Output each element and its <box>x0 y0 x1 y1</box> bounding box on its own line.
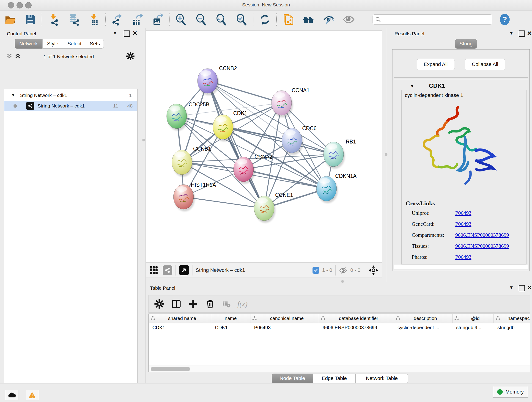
column-header-canonical-name[interactable]: canonical name <box>250 314 319 323</box>
pan-crosshair-icon[interactable] <box>368 265 379 275</box>
add-column-icon[interactable] <box>188 299 198 309</box>
collapse-all-chevron-icon[interactable] <box>6 53 13 60</box>
network-row-selected[interactable]: String Network – cdk1 11 48 <box>4 101 137 111</box>
import-network-from-database-button[interactable] <box>68 13 80 26</box>
collapse-all-button[interactable]: Collapse All <box>465 59 505 70</box>
open-session-button[interactable] <box>4 13 16 26</box>
hidden-eye-icon[interactable] <box>339 266 348 274</box>
column-header-namespace[interactable]: namespace <box>494 314 530 323</box>
crosslink-link[interactable]: 9606.ENSP00000378699 <box>455 232 509 238</box>
network-canvas[interactable]: CCNB2CCNA1CDC25BCDK1CDC6RB1CCNB1CCNA2CDK… <box>146 31 382 263</box>
vertical-splitter-left[interactable] <box>145 28 146 383</box>
panel-close-icon[interactable]: ✕ <box>133 30 138 37</box>
network-node-CCNB2[interactable] <box>197 69 219 95</box>
show-columns-icon[interactable] <box>171 299 181 309</box>
grid-view-icon[interactable] <box>149 266 158 274</box>
crosslink-link[interactable]: 9606.ENSP00000378699 <box>455 243 509 249</box>
network-node-CDKN1A[interactable] <box>317 176 338 203</box>
network-share-badge-gray-icon[interactable] <box>163 265 172 275</box>
tab-edge-table[interactable]: Edge Table <box>313 374 355 383</box>
column-header-name[interactable]: name <box>211 314 250 323</box>
cloud-button[interactable] <box>5 390 19 400</box>
tab-sets[interactable]: Sets <box>86 39 104 49</box>
scrollbar-thumb[interactable] <box>151 367 190 371</box>
selected-checkbox-icon[interactable] <box>312 267 319 274</box>
zoom-in-button[interactable] <box>175 13 187 26</box>
table-cell[interactable]: stringdb:9... <box>452 323 494 332</box>
panel-float-icon[interactable] <box>124 31 130 37</box>
zoom-selected-button[interactable] <box>235 13 248 26</box>
import-network-button[interactable] <box>47 13 60 26</box>
organisms-button[interactable] <box>302 13 315 26</box>
horizontal-scrollbar[interactable] <box>149 366 530 372</box>
delete-column-icon[interactable] <box>205 299 215 309</box>
zoom-fit-button[interactable] <box>215 13 228 26</box>
node-label-CDC6: CDC6 <box>302 125 317 131</box>
table-gear-icon[interactable] <box>154 299 164 309</box>
crosslink-link[interactable]: P06493 <box>455 210 471 216</box>
panel-close-icon[interactable]: ✕ <box>527 284 532 291</box>
crosslink-link[interactable]: P06493 <box>455 254 471 260</box>
results-scroll-strip[interactable] <box>394 265 528 269</box>
tab-network[interactable]: Network <box>15 39 42 49</box>
search-input[interactable] <box>381 17 490 22</box>
tab-node-table[interactable]: Node Table <box>272 374 313 383</box>
network-node-CCNB1[interactable] <box>172 150 193 177</box>
section-collapse-icon[interactable]: ▼ <box>410 84 414 89</box>
zoom-out-button[interactable] <box>195 13 207 26</box>
table-cell[interactable]: cyclin-dependent ... <box>394 323 452 332</box>
tab-select[interactable]: Select <box>63 39 86 49</box>
network-node-CDC25B[interactable] <box>167 104 188 131</box>
refresh-button[interactable] <box>259 13 271 26</box>
toolbar-separator <box>253 13 253 26</box>
splitter-handle-icon[interactable] <box>142 139 145 141</box>
import-table-button[interactable] <box>88 13 100 26</box>
help-button[interactable]: ? <box>499 13 511 26</box>
table-cell[interactable]: P06493 <box>250 323 319 332</box>
column-header--id[interactable]: @id <box>452 314 494 323</box>
open-in-window-icon[interactable] <box>179 265 189 275</box>
network-edge-CCNA2-CDKN1A[interactable] <box>244 169 326 189</box>
network-edge-HIST1H1A-CCNE1[interactable] <box>184 197 264 208</box>
zoom-in-icon <box>175 13 187 26</box>
panel-menu-icon[interactable]: ▼ <box>509 31 514 36</box>
network-node-CDK1[interactable] <box>213 115 234 141</box>
warnings-button[interactable] <box>25 390 39 400</box>
panel-menu-icon[interactable]: ▼ <box>509 285 514 290</box>
panel-menu-icon[interactable]: ▼ <box>113 31 117 36</box>
export-image-button[interactable] <box>152 13 164 26</box>
panel-close-icon[interactable]: ✕ <box>527 30 532 37</box>
column-header-database-identifier[interactable]: database identifier <box>319 314 394 323</box>
panel-float-icon[interactable] <box>519 31 525 37</box>
table-cell[interactable]: CDK1 <box>211 323 250 332</box>
show-panel-button[interactable] <box>342 13 355 26</box>
panel-float-icon[interactable] <box>519 285 525 291</box>
tab-string[interactable]: String <box>455 39 477 49</box>
string-app-button[interactable] <box>282 13 294 26</box>
tab-network-table[interactable]: Network Table <box>355 374 408 383</box>
save-session-button[interactable] <box>24 13 36 26</box>
tab-style[interactable]: Style <box>42 39 63 49</box>
hide-panel-button[interactable] <box>322 13 335 26</box>
network-collection-row[interactable]: ▼ String Network – cdk1 1 <box>4 90 137 101</box>
network-node-RB1[interactable] <box>323 142 345 169</box>
table-cell[interactable]: stringdb <box>494 323 530 332</box>
tree-expand-icon[interactable]: ▼ <box>11 93 15 98</box>
table-cell[interactable]: 9606.ENSP00000378699 <box>319 323 394 332</box>
column-header-description[interactable]: description <box>394 314 452 323</box>
network-node-HIST1H1A[interactable] <box>173 185 195 211</box>
memory-button[interactable]: Memory <box>493 386 528 398</box>
export-table-button[interactable] <box>131 13 144 26</box>
expand-all-chevron-icon[interactable] <box>14 53 21 60</box>
table-row[interactable]: CDK1CDK1P064939606.ENSP00000378699cyclin… <box>149 323 530 332</box>
options-gear-icon[interactable] <box>126 52 135 61</box>
network-node-CCNA1[interactable] <box>272 90 293 117</box>
search-box[interactable] <box>373 14 492 25</box>
title-bar: Session: New Session <box>0 0 532 11</box>
crosslink-link[interactable]: P06493 <box>455 221 471 227</box>
column-header-shared-name[interactable]: shared name <box>149 314 211 323</box>
network-node-CCNE1[interactable] <box>254 196 275 223</box>
table-cell[interactable]: CDK1 <box>149 323 211 332</box>
expand-all-button[interactable]: Expand All <box>417 59 455 70</box>
export-network-button[interactable] <box>111 13 123 26</box>
